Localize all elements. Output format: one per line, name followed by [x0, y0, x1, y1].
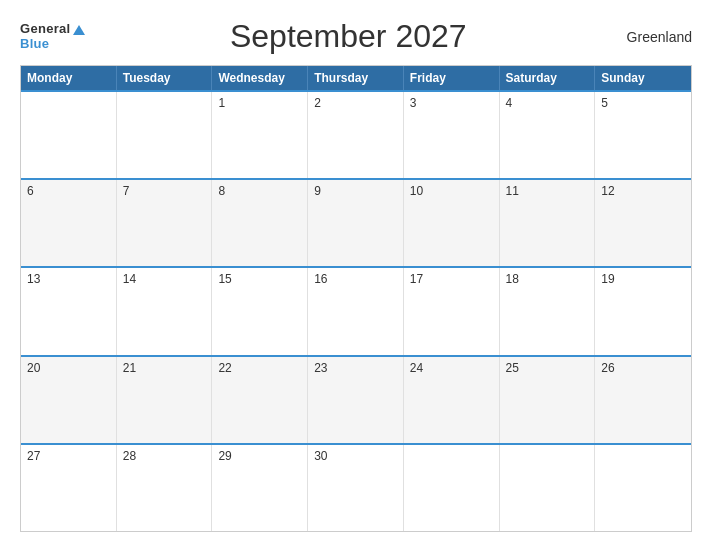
day-number: 6: [27, 184, 34, 198]
calendar-cell: 11: [500, 180, 596, 266]
calendar-cell: [595, 445, 691, 531]
calendar-cell: 21: [117, 357, 213, 443]
calendar-week-3: 13141516171819: [21, 266, 691, 354]
day-number: 15: [218, 272, 231, 286]
month-title: September 2027: [85, 18, 612, 55]
calendar-cell: 23: [308, 357, 404, 443]
calendar-cell: 18: [500, 268, 596, 354]
calendar-cell: 5: [595, 92, 691, 178]
day-header-friday: Friday: [404, 66, 500, 90]
calendar-body: 1234567891011121314151617181920212223242…: [21, 90, 691, 531]
day-header-thursday: Thursday: [308, 66, 404, 90]
logo: General Blue: [20, 22, 85, 51]
day-header-wednesday: Wednesday: [212, 66, 308, 90]
day-number: 16: [314, 272, 327, 286]
calendar-cell: 1: [212, 92, 308, 178]
calendar-week-4: 20212223242526: [21, 355, 691, 443]
calendar-cell: 28: [117, 445, 213, 531]
calendar-cell: 9: [308, 180, 404, 266]
day-number: 21: [123, 361, 136, 375]
day-number: 19: [601, 272, 614, 286]
calendar-cell: 14: [117, 268, 213, 354]
calendar-cell: 3: [404, 92, 500, 178]
calendar-cell: 4: [500, 92, 596, 178]
day-number: 26: [601, 361, 614, 375]
calendar-week-5: 27282930: [21, 443, 691, 531]
calendar-cell: 16: [308, 268, 404, 354]
day-number: 12: [601, 184, 614, 198]
day-number: 4: [506, 96, 513, 110]
day-number: 27: [27, 449, 40, 463]
calendar-cell: [21, 92, 117, 178]
calendar-cell: [117, 92, 213, 178]
calendar-cell: 30: [308, 445, 404, 531]
calendar-cell: 22: [212, 357, 308, 443]
calendar-cell: 19: [595, 268, 691, 354]
day-number: 10: [410, 184, 423, 198]
day-number: 22: [218, 361, 231, 375]
calendar-cell: 29: [212, 445, 308, 531]
day-number: 1: [218, 96, 225, 110]
calendar-cell: 12: [595, 180, 691, 266]
calendar-page: General Blue September 2027 Greenland Mo…: [0, 0, 712, 550]
calendar-cell: 10: [404, 180, 500, 266]
calendar-cell: 7: [117, 180, 213, 266]
day-number: 30: [314, 449, 327, 463]
day-header-monday: Monday: [21, 66, 117, 90]
day-number: 18: [506, 272, 519, 286]
calendar-cell: 15: [212, 268, 308, 354]
day-number: 5: [601, 96, 608, 110]
day-number: 7: [123, 184, 130, 198]
day-number: 29: [218, 449, 231, 463]
calendar-cell: 26: [595, 357, 691, 443]
day-header-saturday: Saturday: [500, 66, 596, 90]
calendar-cell: [404, 445, 500, 531]
calendar-cell: 25: [500, 357, 596, 443]
region-label: Greenland: [612, 29, 692, 45]
day-number: 23: [314, 361, 327, 375]
day-number: 13: [27, 272, 40, 286]
day-number: 17: [410, 272, 423, 286]
calendar-header: General Blue September 2027 Greenland: [20, 18, 692, 55]
calendar-week-2: 6789101112: [21, 178, 691, 266]
day-number: 8: [218, 184, 225, 198]
logo-triangle-icon: [73, 25, 85, 35]
day-number: 28: [123, 449, 136, 463]
calendar-cell: [500, 445, 596, 531]
day-number: 9: [314, 184, 321, 198]
calendar-cell: 24: [404, 357, 500, 443]
calendar-cell: 2: [308, 92, 404, 178]
calendar-cell: 13: [21, 268, 117, 354]
calendar-cell: 20: [21, 357, 117, 443]
day-number: 2: [314, 96, 321, 110]
calendar-days-header: MondayTuesdayWednesdayThursdayFridaySatu…: [21, 66, 691, 90]
day-header-sunday: Sunday: [595, 66, 691, 90]
calendar-cell: 8: [212, 180, 308, 266]
calendar-cell: 27: [21, 445, 117, 531]
day-number: 25: [506, 361, 519, 375]
day-number: 11: [506, 184, 519, 198]
day-number: 14: [123, 272, 136, 286]
calendar-week-1: 12345: [21, 90, 691, 178]
day-header-tuesday: Tuesday: [117, 66, 213, 90]
calendar-grid: MondayTuesdayWednesdayThursdayFridaySatu…: [20, 65, 692, 532]
logo-general-text: General: [20, 22, 85, 36]
calendar-cell: 17: [404, 268, 500, 354]
day-number: 20: [27, 361, 40, 375]
day-number: 24: [410, 361, 423, 375]
day-number: 3: [410, 96, 417, 110]
calendar-cell: 6: [21, 180, 117, 266]
logo-blue-text: Blue: [20, 37, 49, 51]
